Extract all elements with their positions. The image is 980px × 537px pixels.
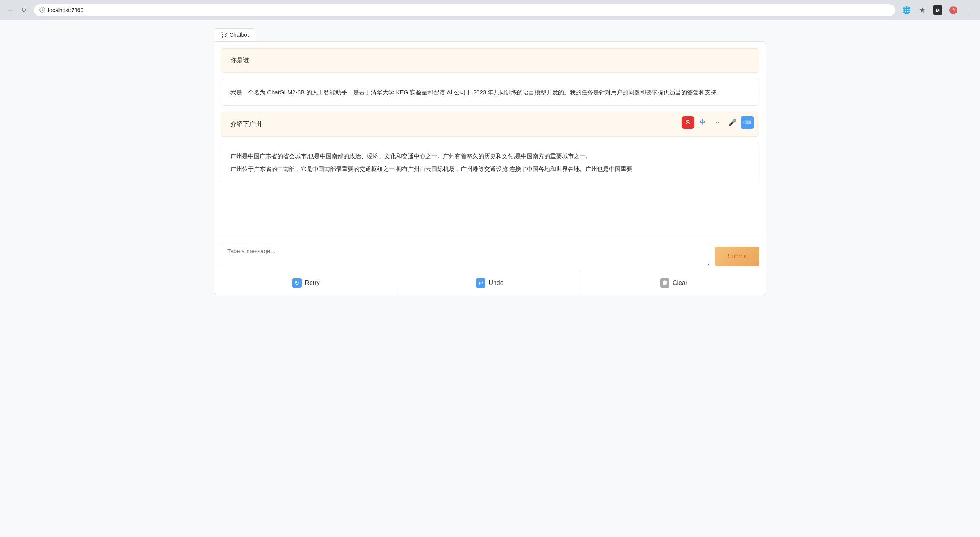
- menu-button[interactable]: ⋮: [963, 4, 975, 16]
- overlay-icons: S 中 ·· 🎤 ⌨: [682, 116, 754, 129]
- ai-message-2-line2: 广州位于广东省的中南部，它是中国南部最重要的交通枢纽之一 拥有广州白云国际机场，…: [230, 164, 750, 174]
- submit-label: Submit: [727, 253, 747, 259]
- chatbot-tab-icon: 💬: [221, 32, 227, 38]
- address-bar[interactable]: ⓘ localhost:7860: [34, 4, 896, 16]
- profile-button[interactable]: M: [932, 4, 944, 16]
- message-input[interactable]: [221, 243, 711, 266]
- chinese-icon[interactable]: 中: [696, 116, 709, 129]
- undo-button[interactable]: ↩ Undo: [398, 271, 582, 295]
- url-text: localhost:7860: [48, 7, 83, 13]
- action-buttons: ↻ Retry ↩ Undo 🗑 Clear: [214, 271, 766, 295]
- ai-message-2-line1: 广州是中国广东省的省会城市,也是中国南部的政治、经济、文化和交通中心之一。广州有…: [230, 151, 750, 161]
- ai-message-2: 广州是中国广东省的省会城市,也是中国南部的政治、经济、文化和交通中心之一。广州有…: [221, 143, 759, 182]
- user-message-2-text: 介绍下广州: [230, 121, 262, 127]
- keyboard-icon[interactable]: ⌨: [741, 116, 754, 129]
- clear-button[interactable]: 🗑 Clear: [582, 271, 766, 295]
- lock-icon: ⓘ: [39, 7, 45, 14]
- sogou-icon[interactable]: S: [682, 116, 694, 129]
- chat-container: 你是谁 我是一个名为 ChatGLM2-6B 的人工智能助手，是基于清华大学 K…: [214, 41, 766, 295]
- browser-nav-buttons: ← ↻: [5, 5, 29, 16]
- clear-label: Clear: [673, 279, 687, 287]
- back-button[interactable]: ←: [5, 5, 16, 16]
- svg-text:M: M: [936, 8, 940, 13]
- ai-message-1: 我是一个名为 ChatGLM2-6B 的人工智能助手，是基于清华大学 KEG 实…: [221, 79, 759, 106]
- chatbot-wrapper: 💬 Chatbot 你是谁 我是一个名为 ChatGLM2-6B 的人工智能助手…: [205, 28, 775, 295]
- undo-icon: ↩: [476, 278, 485, 288]
- punctuation-icon[interactable]: ··: [711, 116, 724, 129]
- ai-message-1-text: 我是一个名为 ChatGLM2-6B 的人工智能助手，是基于清华大学 KEG 实…: [230, 89, 722, 96]
- extension-button[interactable]: 9: [947, 4, 960, 16]
- mic-icon[interactable]: 🎤: [726, 116, 739, 129]
- translate-button[interactable]: 🌐: [900, 4, 913, 16]
- user-message-2: 介绍下广州 S 中 ·· 🎤 ⌨: [221, 112, 759, 137]
- undo-label: Undo: [488, 279, 503, 287]
- messages-area: 你是谁 我是一个名为 ChatGLM2-6B 的人工智能助手，是基于清华大学 K…: [214, 42, 766, 238]
- user-message-1: 你是谁: [221, 48, 759, 73]
- input-area: Submit: [214, 238, 766, 271]
- browser-actions: 🌐 ★ M 9 ⋮: [900, 4, 975, 16]
- app-container: 💬 Chatbot 你是谁 我是一个名为 ChatGLM2-6B 的人工智能助手…: [0, 20, 980, 537]
- chatbot-tab-label: Chatbot: [230, 32, 249, 38]
- trash-icon: 🗑: [660, 278, 669, 288]
- retry-button[interactable]: ↻ Retry: [214, 271, 398, 295]
- submit-button[interactable]: Submit: [715, 247, 759, 266]
- user-message-1-text: 你是谁: [230, 57, 249, 63]
- chatbot-tab[interactable]: 💬 Chatbot: [214, 28, 255, 41]
- retry-icon: ↻: [292, 278, 302, 288]
- bookmark-button[interactable]: ★: [916, 4, 928, 16]
- browser-chrome: ← ↻ ⓘ localhost:7860 🌐 ★ M 9 ⋮: [0, 0, 980, 20]
- ai-message-2-text: 广州是中国广东省的省会城市,也是中国南部的政治、经济、文化和交通中心之一。广州有…: [230, 151, 750, 174]
- retry-label: Retry: [305, 279, 319, 287]
- forward-button[interactable]: ↻: [18, 5, 29, 16]
